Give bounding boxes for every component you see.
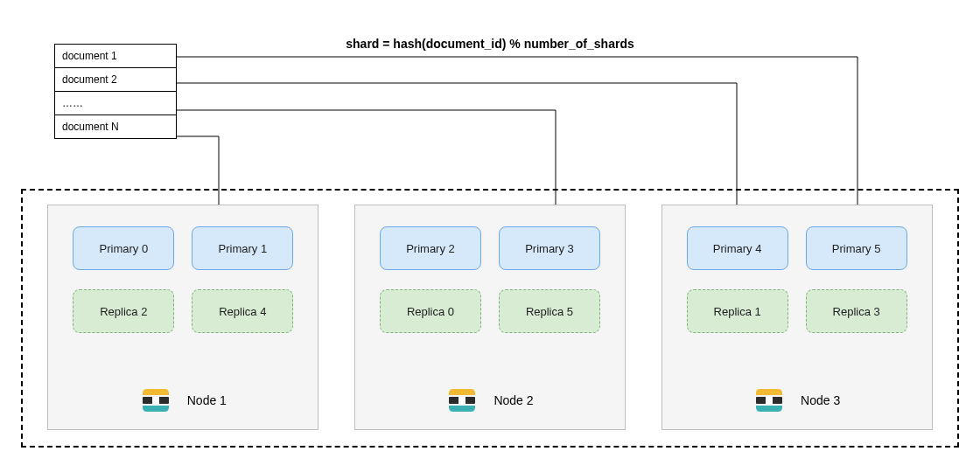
primary-shard: Primary 0 <box>73 226 174 270</box>
node-3: Primary 4 Primary 5 Replica 1 Replica 3 … <box>662 205 933 430</box>
shard-formula: shard = hash(document_id) % number_of_sh… <box>262 37 718 51</box>
elasticsearch-icon <box>446 387 478 413</box>
svg-rect-2 <box>152 397 159 404</box>
svg-rect-6 <box>766 397 773 404</box>
replica-shard: Replica 5 <box>499 289 600 333</box>
primary-shard: Primary 3 <box>499 226 600 270</box>
document-row: …… <box>55 92 176 115</box>
replica-shard: Replica 2 <box>73 289 174 333</box>
document-row: document 2 <box>55 68 176 92</box>
replica-shard: Replica 4 <box>192 289 293 333</box>
replica-shard: Replica 3 <box>806 289 907 333</box>
elasticsearch-icon <box>140 387 172 413</box>
node-label: Node 1 <box>187 393 227 407</box>
replica-shard: Replica 0 <box>380 289 481 333</box>
primary-shard: Primary 5 <box>806 226 907 270</box>
primary-shard: Primary 4 <box>687 226 788 270</box>
replica-shard: Replica 1 <box>687 289 788 333</box>
document-row: document N <box>55 115 176 138</box>
svg-rect-4 <box>458 397 466 404</box>
node-label: Node 2 <box>494 393 533 407</box>
primary-shard: Primary 2 <box>380 226 481 270</box>
primary-shard: Primary 1 <box>192 226 293 270</box>
document-row: document 1 <box>55 45 176 68</box>
node-2: Primary 2 Primary 3 Replica 0 Replica 5 … <box>354 205 626 430</box>
elasticsearch-icon <box>753 387 785 413</box>
node-label: Node 3 <box>801 393 840 407</box>
node-1: Primary 0 Primary 1 Replica 2 Replica 4 … <box>47 205 318 430</box>
cluster-boundary: Primary 0 Primary 1 Replica 2 Replica 4 … <box>21 189 959 448</box>
documents-table: document 1 document 2 …… document N <box>54 44 177 139</box>
